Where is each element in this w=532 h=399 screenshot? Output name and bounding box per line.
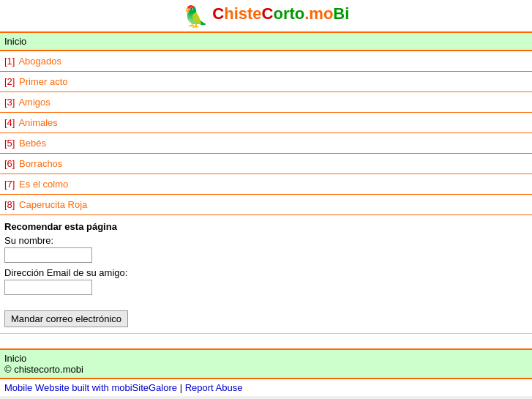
item-link-bebes[interactable]: Bebés [19, 138, 46, 149]
nav-inicio-link[interactable]: Inicio [4, 36, 26, 47]
footer-bottom [0, 396, 532, 399]
footer-nav-link[interactable]: Inicio [4, 353, 528, 364]
item-link-es-el-colmo[interactable]: Es el colmo [19, 179, 68, 190]
item-num: [5] [4, 138, 15, 149]
item-link-caperucita[interactable]: Caperucita Roja [19, 199, 87, 210]
send-button[interactable]: Mandar correo electrónico [4, 310, 128, 327]
item-link-amigos[interactable]: Amigos [18, 97, 50, 108]
footer-links: Mobile Website built with mobiSiteGalore… [0, 379, 532, 396]
item-num: [4] [4, 117, 15, 128]
item-num: [6] [4, 158, 15, 169]
list-item[interactable]: [1] Abogados [0, 51, 532, 72]
list-item[interactable]: [8] Caperucita Roja [0, 195, 532, 215]
list-item[interactable]: [6] Borrachos [0, 154, 532, 174]
list-item[interactable]: [5] Bebés [0, 133, 532, 154]
logo-icon: 🦜 [183, 4, 209, 29]
list-item[interactable]: [3] Amigos [0, 92, 532, 113]
item-num: [1] [4, 56, 15, 67]
content: [1] Abogados [2] Primer acto [3] Amigos … [0, 51, 532, 215]
name-label: Su nombre: [4, 235, 528, 246]
list-item[interactable]: [7] Es el colmo [0, 174, 532, 195]
item-link-borrachos[interactable]: Borrachos [19, 158, 62, 169]
email-label: Dirección Email de su amigo: [4, 267, 528, 278]
nav-bar[interactable]: Inicio [0, 31, 532, 51]
mobile-website-link[interactable]: Mobile Website built with mobiSiteGalore [4, 382, 177, 393]
item-num: [7] [4, 179, 15, 190]
name-input[interactable] [4, 247, 92, 263]
list-item[interactable]: [4] Animales [0, 113, 532, 133]
header: 🦜 ChisteCorto.moBi [0, 0, 532, 31]
footer-nav[interactable]: Inicio © chistecorto.mobi [0, 348, 532, 379]
logo-text: ChisteCorto.moBi [212, 4, 349, 23]
list-item[interactable]: [2] Primer acto [0, 72, 532, 92]
recommend-title: Recomendar esta página [4, 221, 528, 232]
separator: | [177, 382, 185, 393]
recommend-section: Recomendar esta página Su nombre: Direcc… [0, 215, 532, 334]
footer-copyright: © chistecorto.mobi [4, 364, 528, 375]
report-abuse-link[interactable]: Report Abuse [185, 382, 243, 393]
item-link-primer-acto[interactable]: Primer acto [19, 76, 67, 87]
item-num: [3] [4, 97, 15, 108]
email-input[interactable] [4, 280, 92, 295]
item-num: [2] [4, 76, 15, 87]
item-num: [8] [4, 199, 15, 210]
item-link-animales[interactable]: Animales [18, 117, 57, 128]
item-link-abogados[interactable]: Abogados [18, 56, 61, 67]
